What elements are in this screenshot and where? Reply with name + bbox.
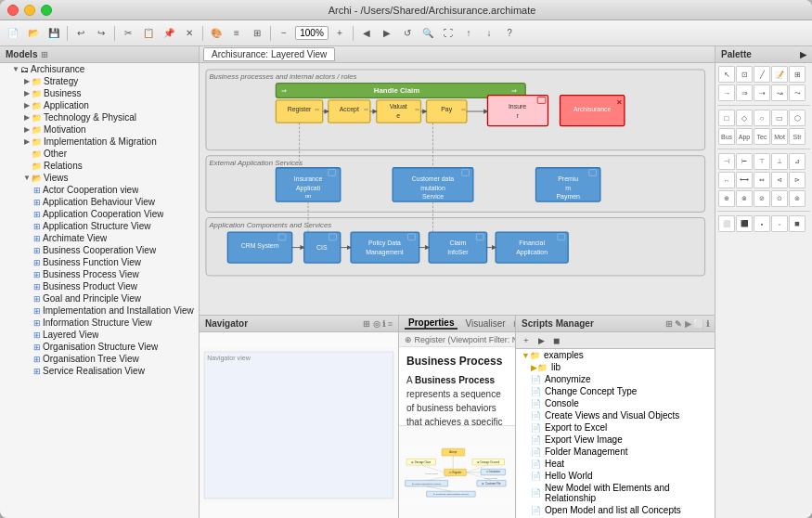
conn3[interactable]: ⇢ bbox=[754, 84, 770, 101]
search-button[interactable]: 🔍 bbox=[419, 24, 437, 43]
navigator-diagram[interactable]: Navigator view bbox=[200, 332, 398, 518]
tree-item-relations[interactable]: 📁 Relations bbox=[0, 160, 199, 172]
rel2[interactable]: ⊢ bbox=[736, 153, 753, 170]
palette-expand[interactable]: ▶ bbox=[800, 50, 806, 59]
bottom-nav-diagram[interactable]: Accept ⊕ Damage Claim ⊕ Damage Occured ⇔… bbox=[399, 425, 515, 518]
tree-item-view1[interactable]: ⊞ Actor Cooperation view bbox=[0, 184, 199, 196]
script-examples-folder[interactable]: ▼📁 examples bbox=[516, 349, 715, 361]
visualiser-tab[interactable]: Visualiser bbox=[461, 318, 509, 329]
import-button[interactable]: ↓ bbox=[480, 24, 498, 43]
nav-fwd-button[interactable]: ▶ bbox=[378, 24, 396, 43]
rel3[interactable]: ⊤ bbox=[754, 153, 770, 170]
rel1[interactable]: ⊣ bbox=[718, 153, 735, 170]
properties-tab[interactable]: Properties bbox=[405, 317, 458, 330]
tree-item-view15[interactable]: ⊞ Organisation Tree View bbox=[0, 353, 199, 365]
shape5[interactable]: ⬡ bbox=[789, 110, 806, 126]
shape3[interactable]: ○ bbox=[754, 110, 770, 126]
tree-item-view16[interactable]: ⊞ Service Realisation View bbox=[0, 365, 199, 377]
script-lib-folder[interactable]: ▶📁 lib bbox=[516, 361, 715, 373]
maximize-button[interactable] bbox=[41, 5, 52, 16]
undo-button[interactable]: ↩ bbox=[71, 24, 90, 43]
minimize-button[interactable] bbox=[24, 5, 35, 16]
new-script-btn[interactable]: + bbox=[520, 334, 533, 347]
opt1[interactable]: ↔ bbox=[718, 172, 735, 188]
tree-item-other[interactable]: 📁 Other bbox=[0, 148, 199, 160]
tree-item-motivation[interactable]: ▶ 📁 Motivation bbox=[0, 123, 199, 136]
tree-item-strategy[interactable]: ▶ 📁 Strategy bbox=[0, 75, 199, 87]
misc4[interactable]: ▫ bbox=[771, 215, 788, 232]
flow5[interactable]: ⊚ bbox=[789, 190, 806, 207]
tree-item-view13[interactable]: ⊞ Layered View bbox=[0, 329, 199, 341]
opt2[interactable]: ⟷ bbox=[736, 172, 753, 188]
note-tool[interactable]: 📝 bbox=[771, 66, 788, 83]
layout-button[interactable]: ⊞ bbox=[248, 24, 266, 43]
select-tool[interactable]: ↖ bbox=[718, 66, 735, 83]
diagram-canvas[interactable]: Business processes and internal actors /… bbox=[200, 63, 715, 315]
tree-item-view10[interactable]: ⊞ Goal and Principle View bbox=[0, 292, 199, 304]
rel4[interactable]: ⊥ bbox=[771, 153, 788, 170]
script-folder-mgmt[interactable]: 📄 Folder Management bbox=[516, 446, 715, 458]
paste-button[interactable]: 📌 bbox=[160, 24, 178, 43]
zoom-out-button[interactable]: − bbox=[275, 24, 293, 43]
tree-item-impl[interactable]: ▶ 📁 Implementation & Migration bbox=[0, 136, 199, 148]
misc3[interactable]: ▪ bbox=[754, 215, 770, 232]
tree-item-views[interactable]: ▼ 📂 Views bbox=[0, 172, 199, 184]
help-button[interactable]: ? bbox=[500, 24, 519, 43]
opt4[interactable]: ⊲ bbox=[771, 172, 788, 188]
nav-back-button[interactable]: ◀ bbox=[357, 24, 376, 43]
misc2[interactable]: ⬛ bbox=[736, 215, 753, 232]
misc1[interactable]: ⬜ bbox=[718, 215, 735, 232]
script-new-model[interactable]: 📄 New Model with Elements and Relationsh… bbox=[516, 482, 715, 504]
refresh-button[interactable]: ↺ bbox=[398, 24, 417, 43]
flow1[interactable]: ⊕ bbox=[718, 190, 735, 207]
opt5[interactable]: ⊳ bbox=[789, 172, 806, 188]
tree-item-view6[interactable]: ⊞ Business Cooperation View bbox=[0, 244, 199, 256]
line-tool[interactable]: ╱ bbox=[754, 66, 770, 83]
delete-button[interactable]: ✕ bbox=[180, 24, 199, 43]
tree-item-view2[interactable]: ⊞ Application Behaviour View bbox=[0, 196, 199, 208]
arch5[interactable]: Str bbox=[789, 128, 806, 145]
conn1[interactable]: → bbox=[718, 84, 735, 101]
model-tree[interactable]: ▼ 🗂 Archisurance ▶ 📁 Strategy ▶ 📁 Bus bbox=[0, 63, 199, 518]
tree-item-application[interactable]: ▶ 📁 Application bbox=[0, 99, 199, 111]
script-console[interactable]: 📄 Console bbox=[516, 397, 715, 409]
opt3[interactable]: ⇔ bbox=[754, 172, 770, 188]
tree-item-view14[interactable]: ⊞ Organisation Structure View bbox=[0, 341, 199, 353]
save-button[interactable]: 💾 bbox=[45, 24, 63, 43]
script-open-model[interactable]: 📄 Open Model and list all Concepts bbox=[516, 504, 715, 516]
tree-item-tech[interactable]: ▶ 📁 Technology & Physical bbox=[0, 111, 199, 123]
flow3[interactable]: ⊘ bbox=[754, 190, 770, 207]
script-heat[interactable]: 📄 Heat bbox=[516, 458, 715, 470]
script-hello-world[interactable]: 📄 Hello World bbox=[516, 470, 715, 482]
open-button[interactable]: 📂 bbox=[24, 24, 43, 43]
arch3[interactable]: Tec bbox=[754, 128, 770, 145]
conn5[interactable]: ⤳ bbox=[789, 84, 806, 101]
stop-script-btn[interactable]: ◼ bbox=[549, 334, 562, 347]
conn2[interactable]: ⇒ bbox=[736, 84, 753, 101]
tree-item-business[interactable]: ▶ 📁 Business bbox=[0, 87, 199, 99]
align-button[interactable]: ≡ bbox=[227, 24, 246, 43]
script-change-concept[interactable]: 📄 Change Concept Type bbox=[516, 385, 715, 397]
cut-button[interactable]: ✂ bbox=[119, 24, 137, 43]
new-button[interactable]: 📄 bbox=[4, 24, 22, 43]
shape1[interactable]: □ bbox=[718, 110, 735, 126]
script-create-views[interactable]: 📄 Create Views and Visual Objects bbox=[516, 409, 715, 421]
script-export-excel[interactable]: 📄 Export to Excel bbox=[516, 421, 715, 434]
tree-item-archisurance[interactable]: ▼ 🗂 Archisurance bbox=[0, 63, 199, 75]
copy-button[interactable]: 📋 bbox=[139, 24, 158, 43]
diagram-tab-label[interactable]: Archisurance: Layered View bbox=[203, 47, 335, 61]
tree-item-view8[interactable]: ⊞ Business Process View bbox=[0, 268, 199, 280]
tree-item-view5[interactable]: ⊞ Archimate View bbox=[0, 232, 199, 244]
zoom-in-button[interactable]: + bbox=[330, 24, 349, 43]
script-anonymize[interactable]: 📄 Anonymize bbox=[516, 373, 715, 385]
marquee-tool[interactable]: ⊡ bbox=[736, 66, 753, 83]
shape4[interactable]: ▭ bbox=[771, 110, 788, 126]
flow4[interactable]: ⊙ bbox=[771, 190, 788, 207]
flow2[interactable]: ⊗ bbox=[736, 190, 753, 207]
rel5[interactable]: ⊿ bbox=[789, 153, 806, 170]
arch2[interactable]: App bbox=[736, 128, 753, 145]
conn4[interactable]: ↝ bbox=[771, 84, 788, 101]
arch1[interactable]: Bus bbox=[718, 128, 735, 145]
fullscreen-button[interactable]: ⛶ bbox=[439, 24, 458, 43]
tree-item-view4[interactable]: ⊞ Application Structure View bbox=[0, 220, 199, 232]
